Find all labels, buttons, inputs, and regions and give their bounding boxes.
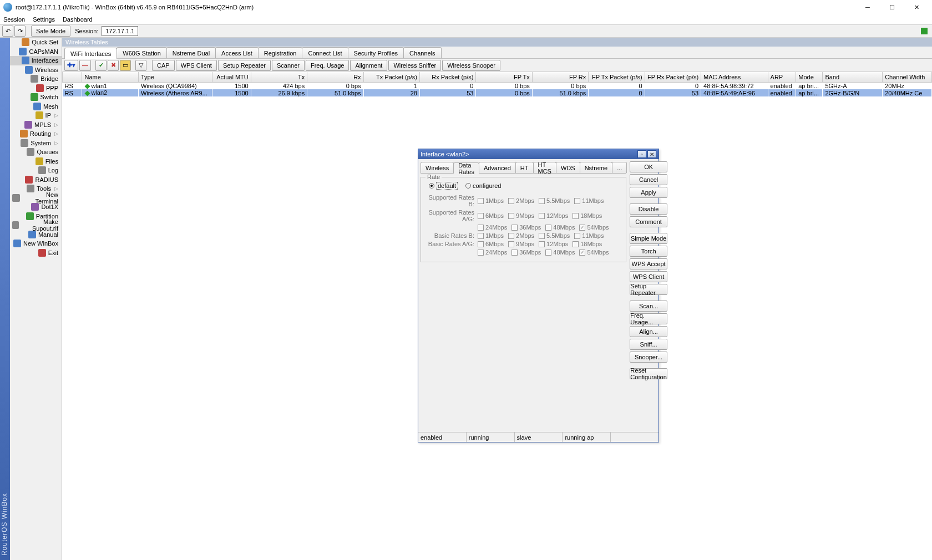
sidebar-item-capsman[interactable]: CAPsMAN [10,47,62,57]
checkbox-12mbps[interactable]: 12Mbps [539,212,568,219]
table-row[interactable]: RSwlan2Wireless (Atheros AR9...150026.9 … [63,89,932,96]
sidebar-item-radius[interactable]: RADIUS [10,175,62,185]
cancel-button[interactable]: Cancel [630,174,667,185]
scan--button[interactable]: Scan... [630,301,667,312]
setup-repeater-button[interactable]: Setup Repeater [630,284,667,295]
align--button[interactable]: Align... [630,326,667,337]
sidebar-item-bridge[interactable]: Bridge [10,74,62,84]
checkbox-2mbps[interactable]: 2Mbps [508,232,534,239]
enable-button[interactable]: ✔ [95,60,107,71]
sidebar-item-files[interactable]: Files [10,157,62,166]
column-header[interactable]: Band [823,72,883,82]
wireless-tables-title[interactable]: Wireless Tables [62,38,932,47]
tab-w60g-station[interactable]: W60G Station [116,47,166,58]
column-header[interactable]: Actual MTU [212,72,251,82]
dialog-tab-wireless[interactable]: Wireless [421,162,454,173]
scanner-button[interactable]: Scanner [272,60,305,71]
checkbox-24mbps[interactable]: 24Mbps [478,249,507,256]
apply-button[interactable]: Apply [630,187,667,198]
tab-access-list[interactable]: Access List [215,47,259,58]
safe-mode-button[interactable]: Safe Mode [31,26,70,37]
column-header[interactable] [63,72,82,82]
sidebar-item-mesh[interactable]: Mesh [10,102,62,111]
sidebar-item-system[interactable]: System▷ [10,139,62,148]
wps-client-button[interactable]: WPS Client [176,60,217,71]
dialog-tab-wds[interactable]: WDS [556,162,580,173]
column-header[interactable]: Tx [251,72,307,82]
dialog-tab-advanced[interactable]: Advanced [479,162,516,173]
checkbox-54mbps[interactable]: 54Mbps [579,249,609,256]
column-header[interactable]: MAC Address [701,72,768,82]
column-header[interactable]: FP Tx [476,72,532,82]
menu-dashboard[interactable]: Dashboard [63,16,93,23]
column-header[interactable]: Mode [796,72,823,82]
sidebar-item-make-supout-rif[interactable]: Make Supout.rif [10,221,62,230]
sidebar-item-ppp[interactable]: PPP [10,84,62,93]
checkbox-1mbps[interactable]: 1Mbps [478,232,504,239]
radio-default[interactable]: default [429,182,458,190]
sidebar-item-new-winbox[interactable]: New WinBox [10,239,62,248]
undo-button[interactable]: ↶ [2,26,13,37]
minimize-button[interactable]: ─ [855,0,880,14]
sidebar-item-routing[interactable]: Routing▷ [10,129,62,139]
dialog-restore-button[interactable]: ▫ [637,150,646,158]
sidebar-item-interfaces[interactable]: Interfaces [10,56,62,65]
checkbox-9mbps[interactable]: 9Mbps [508,241,534,247]
dialog-tab-ht[interactable]: HT [515,162,534,173]
checkbox-6mbps[interactable]: 6Mbps [478,241,504,247]
disable-button[interactable]: Disable [630,203,667,215]
checkbox-18mbps[interactable]: 18Mbps [573,241,602,247]
checkbox-36mbps[interactable]: 36Mbps [511,249,541,256]
snooper--button[interactable]: Snooper... [630,352,667,363]
comment-button[interactable]: Comment [630,216,667,227]
checkbox-48mbps[interactable]: 48Mbps [545,249,575,256]
checkbox-24mbps[interactable]: 24Mbps [478,224,507,231]
checkbox-1mbps[interactable]: 1Mbps [478,197,504,204]
checkbox-5-5mbps[interactable]: 5.5Mbps [539,232,570,239]
session-value[interactable]: 172.17.1.1 [102,26,138,36]
sniff--button[interactable]: Sniff... [630,339,667,350]
checkbox-36mbps[interactable]: 36Mbps [511,224,541,231]
column-header[interactable]: Channel Width [883,72,932,82]
radio-configured[interactable]: configured [465,182,501,189]
wireless-snooper-button[interactable]: Wireless Snooper [442,60,500,71]
freq-usage-button[interactable]: Freq. Usage [306,60,350,71]
sidebar-item-mpls[interactable]: MPLS▷ [10,120,62,130]
interface-dialog[interactable]: Interface <wlan2> ▫ ✕ WirelessData Rates… [418,149,659,442]
ok-button[interactable]: OK [630,161,667,172]
sidebar-item-queues[interactable]: Queues [10,147,62,157]
table-row[interactable]: RSwlan1Wireless (QCA9984)1500424 bps0 bp… [63,82,932,89]
wps-client-button[interactable]: WPS Client [630,271,667,282]
checkbox-11mbps[interactable]: 11Mbps [574,197,604,204]
freq-usage--button[interactable]: Freq. Usage... [630,313,667,324]
dialog-tab--[interactable]: ... [612,162,627,173]
sidebar-item-switch[interactable]: Switch [10,93,62,102]
column-header[interactable]: Name [82,72,138,82]
torch-button[interactable]: Torch [630,246,667,257]
remove-button[interactable]: — [79,60,91,71]
checkbox-18mbps[interactable]: 18Mbps [573,212,602,219]
checkbox-2mbps[interactable]: 2Mbps [508,197,534,204]
dialog-tab-nstreme[interactable]: Nstreme [580,162,613,173]
setup-repeater-button[interactable]: Setup Repeater [218,60,271,71]
column-header[interactable]: Rx [307,72,363,82]
checkbox-11mbps[interactable]: 11Mbps [574,232,604,239]
sidebar-item-log[interactable]: Log [10,166,62,175]
add-button[interactable]: ✚▾ [64,60,78,71]
dialog-tab-data-rates[interactable]: Data Rates [453,162,479,174]
interfaces-table[interactable]: NameTypeActual MTUTxRxTx Packet (p/s)Rx … [62,72,932,96]
checkbox-54mbps[interactable]: 54Mbps [579,224,609,231]
disable-button[interactable]: ✖ [108,60,119,71]
tab-registration[interactable]: Registration [258,47,303,58]
menu-settings[interactable]: Settings [33,16,55,23]
wps-accept-button[interactable]: WPS Accept [630,258,667,269]
cap-button[interactable]: CAP [152,60,175,71]
comment-button[interactable]: ▭ [120,60,131,71]
sidebar-item-ip[interactable]: IP▷ [10,111,62,120]
tab-nstreme-dual[interactable]: Nstreme Dual [166,47,216,58]
column-header[interactable]: Tx Packet (p/s) [363,72,419,82]
checkbox-6mbps[interactable]: 6Mbps [478,212,504,219]
column-header[interactable]: FP Tx Packet (p/s) [589,72,645,82]
dialog-close-button[interactable]: ✕ [647,150,656,158]
column-header[interactable]: Rx Packet (p/s) [420,72,476,82]
